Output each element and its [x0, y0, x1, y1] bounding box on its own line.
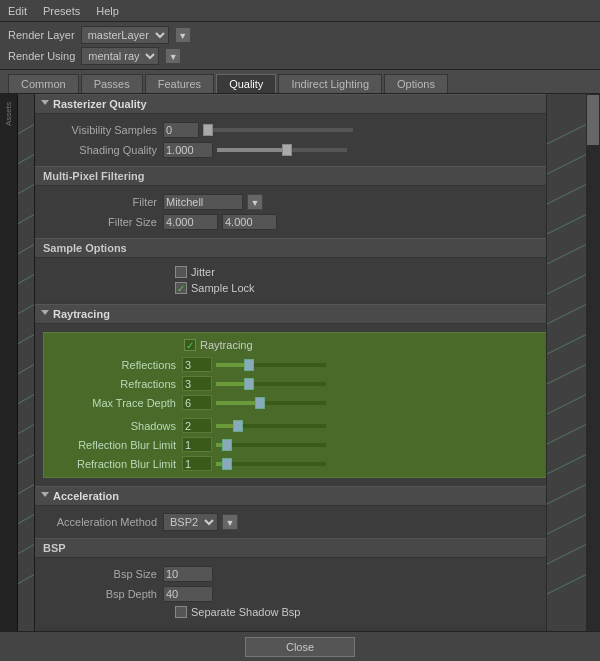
filter-dropdown-arrow[interactable]: ▼ — [247, 194, 263, 210]
shadows-input[interactable] — [182, 418, 212, 433]
render-using-label: Render Using — [8, 50, 75, 62]
shading-input[interactable] — [163, 142, 213, 158]
max-trace-input[interactable] — [182, 395, 212, 410]
svg-line-28 — [547, 454, 586, 474]
shading-slider[interactable] — [217, 148, 347, 152]
reflection-blur-label: Reflection Blur Limit — [52, 439, 182, 451]
raytracing-title: Raytracing — [53, 308, 110, 320]
sample-options-body: Jitter ✓ Sample Lock — [35, 258, 586, 302]
filter-size-w-input[interactable] — [163, 214, 218, 230]
menu-presets[interactable]: Presets — [43, 5, 80, 17]
scrollbar[interactable] — [586, 94, 600, 659]
menu-help[interactable]: Help — [96, 5, 119, 17]
svg-line-21 — [547, 244, 586, 264]
reflections-label: Reflections — [52, 359, 182, 371]
raytracing-checkbox[interactable]: ✓ — [184, 339, 196, 351]
acceleration-method-row: Acceleration Method BSP2 ▼ — [35, 512, 586, 532]
jitter-label: Jitter — [191, 266, 215, 278]
acceleration-section-header[interactable]: Acceleration — [35, 486, 586, 506]
max-trace-slider[interactable] — [216, 401, 326, 405]
bsp-depth-label: Bsp Depth — [43, 588, 163, 600]
sample-lock-label: Sample Lock — [191, 282, 255, 294]
svg-line-24 — [547, 334, 586, 354]
shadows-row: Shadows — [44, 416, 577, 435]
max-trace-value — [182, 395, 569, 410]
raytracing-section-header[interactable]: Raytracing — [35, 304, 586, 324]
refractions-input[interactable] — [182, 376, 212, 391]
svg-line-30 — [547, 514, 586, 534]
shadow-bsp-label: Separate Shadow Bsp — [191, 606, 300, 618]
scroll-thumb[interactable] — [587, 95, 599, 145]
render-controls: Render Layer masterLayer ▼ Render Using … — [0, 22, 600, 70]
svg-line-26 — [547, 394, 586, 414]
raytracing-enabled-row: ✓ Raytracing — [44, 337, 577, 353]
filter-size-h-input[interactable] — [222, 214, 277, 230]
render-layer-select[interactable]: masterLayer — [81, 26, 169, 44]
tab-options[interactable]: Options — [384, 74, 448, 93]
visibility-input[interactable] — [163, 122, 199, 138]
svg-line-20 — [547, 214, 586, 234]
tab-features[interactable]: Features — [145, 74, 214, 93]
refraction-blur-value — [182, 456, 569, 471]
rasterizer-triangle — [41, 100, 49, 109]
visibility-row: Visibility Samples — [35, 120, 586, 140]
filter-input[interactable] — [163, 194, 243, 210]
jitter-row: Jitter — [35, 264, 586, 280]
sample-options-header: Sample Options — [35, 238, 586, 258]
svg-line-25 — [547, 364, 586, 384]
refraction-blur-input[interactable] — [182, 456, 212, 471]
visibility-slider[interactable] — [203, 128, 353, 132]
reflection-blur-slider[interactable] — [216, 443, 326, 447]
visibility-value — [163, 122, 578, 138]
acceleration-method-select[interactable]: BSP2 — [163, 513, 218, 531]
render-layer-label: Render Layer — [8, 29, 75, 41]
refractions-value — [182, 376, 569, 391]
filter-size-row: Filter Size — [35, 212, 586, 232]
tab-indirect-lighting[interactable]: Indirect Lighting — [278, 74, 382, 93]
shading-row: Shading Quality — [35, 140, 586, 160]
refraction-blur-slider[interactable] — [216, 462, 326, 466]
refraction-blur-row: Refraction Blur Limit — [44, 454, 577, 473]
filter-size-label: Filter Size — [43, 216, 163, 228]
visibility-label: Visibility Samples — [43, 124, 163, 136]
bsp-depth-row: Bsp Depth — [35, 584, 586, 604]
right-panel: Rasterizer Quality Visibility Samples Sh… — [35, 94, 600, 659]
acceleration-method-arrow[interactable]: ▼ — [222, 514, 238, 530]
raytracing-triangle — [41, 310, 49, 319]
sample-lock-checkbox[interactable]: ✓ — [175, 282, 187, 294]
refractions-slider[interactable] — [216, 382, 326, 386]
max-trace-label: Max Trace Depth — [52, 397, 182, 409]
shadows-slider[interactable] — [216, 424, 326, 428]
reflections-input[interactable] — [182, 357, 212, 372]
render-using-select[interactable]: mental ray — [81, 47, 159, 65]
shadow-bsp-row: Separate Shadow Bsp — [35, 604, 586, 620]
menu-edit[interactable]: Edit — [8, 5, 27, 17]
main-layout: Assets Rasterizer Quality Visibility Sam… — [0, 94, 600, 659]
reflection-blur-row: Reflection Blur Limit — [44, 435, 577, 454]
render-using-arrow[interactable]: ▼ — [165, 48, 181, 64]
shading-label: Shading Quality — [43, 144, 163, 156]
reflections-row: Reflections — [44, 355, 577, 374]
shadow-bsp-checkbox[interactable] — [175, 606, 187, 618]
bsp-size-row: Bsp Size — [35, 564, 586, 584]
jitter-checkbox[interactable] — [175, 266, 187, 278]
reflection-blur-value — [182, 437, 569, 452]
rasterizer-title: Rasterizer Quality — [53, 98, 147, 110]
close-button[interactable]: Close — [245, 637, 355, 657]
bsp-body: Bsp Size Bsp Depth Separate Shadow Bsp — [35, 558, 586, 626]
right-strip — [546, 94, 586, 659]
tab-common[interactable]: Common — [8, 74, 79, 93]
tab-passes[interactable]: Passes — [81, 74, 143, 93]
scroll-content[interactable]: Rasterizer Quality Visibility Samples Sh… — [35, 94, 600, 659]
bsp-depth-input[interactable] — [163, 586, 213, 602]
rasterizer-section-header[interactable]: Rasterizer Quality — [35, 94, 586, 114]
tab-quality[interactable]: Quality — [216, 74, 276, 93]
render-layer-arrow[interactable]: ▼ — [175, 27, 191, 43]
svg-line-22 — [547, 274, 586, 294]
svg-line-27 — [547, 424, 586, 444]
reflections-slider[interactable] — [216, 363, 326, 367]
bsp-size-input[interactable] — [163, 566, 213, 582]
reflection-blur-input[interactable] — [182, 437, 212, 452]
svg-line-19 — [547, 184, 586, 204]
refraction-blur-label: Refraction Blur Limit — [52, 458, 182, 470]
